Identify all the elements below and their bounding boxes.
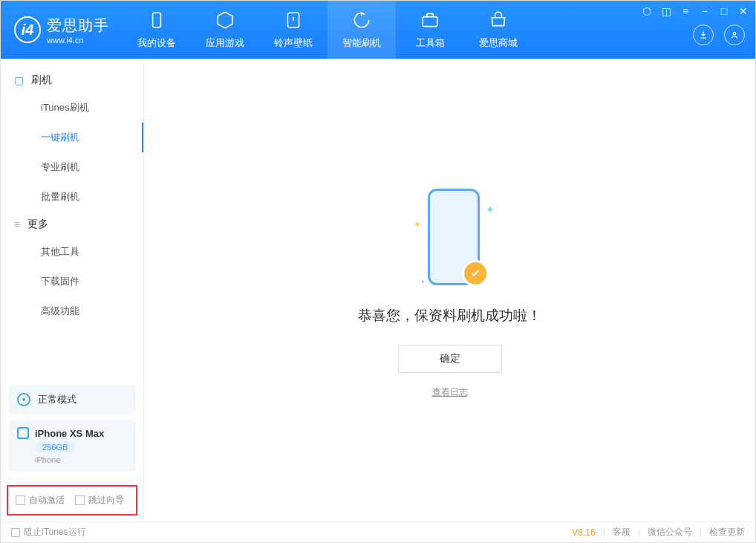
sidebar-item-oneclick-flash[interactable]: 一键刷机 xyxy=(1,123,143,152)
window-controls: ⬡ ◫ ≡ − □ ✕ xyxy=(641,5,749,17)
menu-icon[interactable]: ≡ xyxy=(680,5,691,17)
music-icon xyxy=(284,10,303,32)
lock-icon[interactable]: ◫ xyxy=(660,5,672,17)
logo: i4 爱思助手 www.i4.cn xyxy=(1,16,123,45)
sparkle-icon: ✦ xyxy=(420,279,426,285)
sidebar: ▢ 刷机 iTunes刷机 一键刷机 专业刷机 批量刷机 ≡ 更多 其他工具 下… xyxy=(1,59,144,521)
version-label: V8.16 xyxy=(572,527,595,538)
shirt-icon[interactable]: ⬡ xyxy=(641,5,653,17)
highlighted-options: 自动激活 跳过向导 xyxy=(7,485,137,516)
tab-ringtones[interactable]: 铃声壁纸 xyxy=(259,1,328,59)
device-type: iPhone xyxy=(35,455,60,464)
tab-tools[interactable]: 工具箱 xyxy=(396,1,464,59)
app-subtitle: www.i4.cn xyxy=(47,36,109,45)
device-storage: 256GB xyxy=(35,442,75,452)
tab-flash[interactable]: 智能刷机 xyxy=(328,1,396,59)
svg-point-3 xyxy=(733,33,736,36)
sidebar-item-download-firmware[interactable]: 下载固件 xyxy=(1,267,143,296)
maximize-button[interactable]: □ xyxy=(718,5,730,17)
check-update-link[interactable]: 检查更新 xyxy=(709,526,745,539)
check-badge-icon xyxy=(462,260,489,287)
tab-store[interactable]: 爱思商城 xyxy=(464,1,532,59)
support-link[interactable]: 客服 xyxy=(613,526,630,539)
app-title: 爱思助手 xyxy=(47,16,109,36)
checkbox-icon xyxy=(75,495,85,505)
sidebar-item-other-tools[interactable]: 其他工具 xyxy=(1,237,143,267)
checkbox-auto-activate[interactable]: 自动激活 xyxy=(16,494,65,507)
status-bar: 阻止iTunes运行 V8.16 | 客服 | 微信公众号 | 检查更新 xyxy=(1,521,755,542)
tab-my-device[interactable]: 我的设备 xyxy=(123,1,191,59)
sidebar-item-advanced[interactable]: 高级功能 xyxy=(1,296,143,326)
wechat-link[interactable]: 微信公众号 xyxy=(648,526,692,539)
logo-icon: i4 xyxy=(14,16,41,43)
sidebar-item-pro-flash[interactable]: 专业刷机 xyxy=(1,152,143,182)
phone-icon: ▢ xyxy=(14,74,24,86)
sparkle-icon: ✦ xyxy=(413,218,422,230)
sparkle-icon: ✦ xyxy=(486,204,495,215)
success-message: 恭喜您，保资料刷机成功啦！ xyxy=(358,306,541,325)
sidebar-section-flash: ▢ 刷机 xyxy=(1,68,143,93)
user-icon[interactable] xyxy=(724,25,745,45)
device-small-icon xyxy=(17,427,29,439)
mode-icon xyxy=(17,393,30,406)
minimize-button[interactable]: − xyxy=(699,5,711,17)
account-icons xyxy=(693,25,745,45)
store-icon xyxy=(489,10,508,32)
list-icon: ≡ xyxy=(14,218,20,230)
device-card[interactable]: iPhone XS Max 256GB iPhone xyxy=(8,420,136,472)
mode-label: 正常模式 xyxy=(38,393,76,406)
nav-tabs: 我的设备 应用游戏 铃声壁纸 智能刷机 工具箱 爱思商城 xyxy=(123,1,532,59)
download-icon[interactable] xyxy=(693,25,714,45)
topbar: i4 爱思助手 www.i4.cn 我的设备 应用游戏 铃声壁纸 智能刷机 工具… xyxy=(1,1,755,59)
checkbox-icon xyxy=(11,528,20,537)
main-content: ✦ ✦ ✦ 恭喜您，保资料刷机成功啦！ 确定 查看日志 xyxy=(144,59,755,521)
refresh-icon xyxy=(352,10,371,32)
sidebar-section-more: ≡ 更多 xyxy=(1,212,143,237)
success-illustration: ✦ ✦ ✦ xyxy=(405,181,495,293)
view-log-link[interactable]: 查看日志 xyxy=(432,386,468,399)
tab-apps[interactable]: 应用游戏 xyxy=(191,1,259,59)
mode-card[interactable]: 正常模式 xyxy=(8,386,136,414)
close-button[interactable]: ✕ xyxy=(737,5,749,17)
checkbox-skip-guide[interactable]: 跳过向导 xyxy=(75,494,124,507)
ok-button[interactable]: 确定 xyxy=(398,345,502,373)
device-icon xyxy=(147,10,166,32)
sidebar-item-itunes-flash[interactable]: iTunes刷机 xyxy=(1,93,143,123)
svg-rect-0 xyxy=(153,13,161,27)
sidebar-item-batch-flash[interactable]: 批量刷机 xyxy=(1,182,143,212)
checkbox-block-itunes[interactable]: 阻止iTunes运行 xyxy=(11,526,86,539)
checkbox-icon xyxy=(16,495,25,505)
device-name: iPhone XS Max xyxy=(35,428,104,439)
svg-rect-2 xyxy=(423,16,437,26)
toolbox-icon xyxy=(420,10,440,32)
cube-icon xyxy=(215,10,235,32)
